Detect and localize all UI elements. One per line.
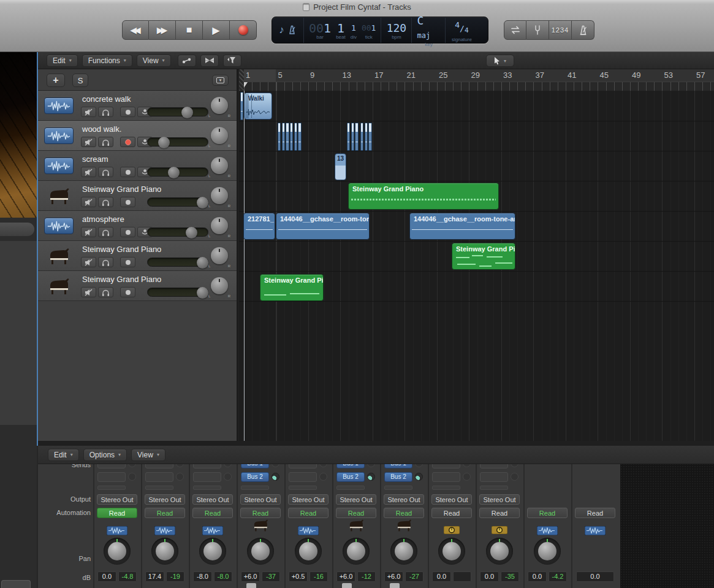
send-knob-2[interactable] [128,473,136,481]
record-enable-button[interactable] [120,227,135,237]
output-button[interactable]: Stereo Out [192,494,233,505]
pan-knob[interactable] [295,538,322,565]
send-knob-2[interactable] [367,473,375,481]
send-slot-3[interactable] [289,486,317,490]
lcd-position[interactable]: 001 bar 1 beat 1 div 001 tick [304,17,381,43]
fast-forward-button[interactable]: ▶▶ [149,20,176,40]
record-enable-button[interactable] [120,197,135,207]
audio-slice[interactable] [298,123,301,151]
audio-slice[interactable] [294,123,297,151]
send-slot-3[interactable] [384,486,412,490]
output-button[interactable]: Stereo Out [240,494,281,505]
peak-value[interactable]: -37 [262,571,280,582]
mute-button[interactable] [81,227,96,237]
lcd-key[interactable]: C maj key [412,17,446,43]
region-144046-b[interactable]: 144046__gchase__room-tone-ar [409,213,515,240]
volume-slider[interactable] [147,288,208,297]
mute-button[interactable] [81,107,96,117]
lcd-signature[interactable]: 4/4 signature [446,17,477,43]
record-enable-button[interactable] [120,167,135,177]
peak-value[interactable]: -35 [501,571,519,582]
automation-button[interactable]: Read [527,508,568,518]
send-slot-2[interactable] [289,472,317,482]
send-knob-2[interactable] [272,473,279,481]
send-slot-2[interactable] [145,472,173,482]
output-button[interactable]: Stereo Out [336,494,376,505]
pan-knob[interactable]: LR [208,156,230,178]
output-button[interactable]: Stereo Out [479,494,520,505]
lcd-tempo[interactable]: 120 bpm [381,17,412,43]
pan-knob-cap[interactable] [490,542,509,560]
output-button[interactable]: Stereo Out [288,494,329,505]
pan-knob[interactable] [247,538,274,565]
automation-button[interactable]: Read [145,508,185,518]
pan-knob-cap[interactable] [251,542,270,560]
audio-slice[interactable] [365,123,368,151]
audio-slice[interactable] [286,123,289,151]
mixer-menu-edit[interactable]: Edit▾ [48,449,79,461]
lcd-tick[interactable]: 001 tick [359,20,378,41]
audio-slice[interactable] [351,123,354,151]
region-walki[interactable]: Walki [244,93,272,120]
db-value[interactable]: 0.0 [576,571,614,582]
db-value[interactable]: +6.0 [384,571,403,582]
pan-knob-cap[interactable] [156,542,174,560]
peak-value[interactable]: -12 [357,571,376,582]
mute-button[interactable] [81,287,96,297]
arrange-area[interactable]: Walki 13 Steinway Grand Piano 212781_ 14… [239,91,714,441]
pan-knob[interactable] [199,538,226,565]
send-slot-3[interactable] [145,486,173,490]
solo-button[interactable] [98,167,113,177]
solo-button[interactable] [98,107,113,117]
pan-knob[interactable]: LR [208,276,230,298]
pan-knob[interactable] [486,538,513,565]
record-button[interactable] [230,20,257,40]
solo-button[interactable] [98,227,113,237]
mixer-menu-view[interactable]: View▾ [131,449,165,461]
add-track-button[interactable]: + [47,74,65,87]
record-enable-button[interactable] [120,137,135,147]
send-slot-3[interactable] [336,486,365,490]
region-212781[interactable]: 212781_ [243,213,275,240]
track-header-atmosphere[interactable]: atmosphere LR [38,211,237,241]
record-enable-button[interactable] [120,287,135,297]
send-slot-3[interactable] [480,486,508,490]
pan-knob[interactable] [390,538,417,565]
send-slot-2[interactable] [480,472,508,482]
pan-knob[interactable] [151,538,178,565]
send-slot-2[interactable] [432,472,460,482]
volume-slider[interactable] [147,227,208,237]
region-cluster-wood-walk-2[interactable] [347,123,372,151]
mute-button[interactable] [81,137,96,147]
send-slot-3[interactable] [193,486,221,490]
region-cluster-wood-walk-1[interactable] [278,123,302,151]
pan-knob[interactable]: LR [208,186,230,208]
send-slot-2[interactable]: Bus 2 [336,472,365,482]
track-header-steinway-2[interactable]: Steinway Grand Piano LR [38,241,237,271]
cycle-button[interactable] [504,20,526,40]
audio-slice[interactable] [278,123,281,151]
pan-knob-cap[interactable] [347,542,365,560]
pan-knob[interactable] [534,538,561,565]
send-knob-2[interactable] [224,473,232,481]
track-header-concrete-walk[interactable]: concrete walk LR [38,91,237,121]
audio-slice[interactable] [355,123,358,151]
track-header-steinway-1[interactable]: Steinway Grand Piano LR [38,181,237,211]
filter-button[interactable] [223,55,241,67]
pan-knob-cap[interactable] [442,542,461,560]
db-value[interactable]: 0.0 [480,571,499,582]
audio-slice[interactable] [290,123,293,151]
volume-knob[interactable] [197,257,208,269]
send-slot-3[interactable] [97,486,126,490]
pan-knob-cap[interactable] [299,542,317,560]
automation-button[interactable]: Read [240,508,281,518]
region-144046-a[interactable]: 144046__gchase__room-ton [276,213,370,240]
tuner-button[interactable] [526,20,549,40]
automation-button[interactable]: Read [336,508,376,518]
volume-knob[interactable] [186,227,197,239]
record-enable-button[interactable] [120,257,135,267]
pan-knob[interactable]: LR [208,96,230,118]
send-knob-2[interactable] [319,473,327,481]
db-value[interactable]: 0.0 [97,571,116,582]
ruler-ticks[interactable] [239,82,714,91]
